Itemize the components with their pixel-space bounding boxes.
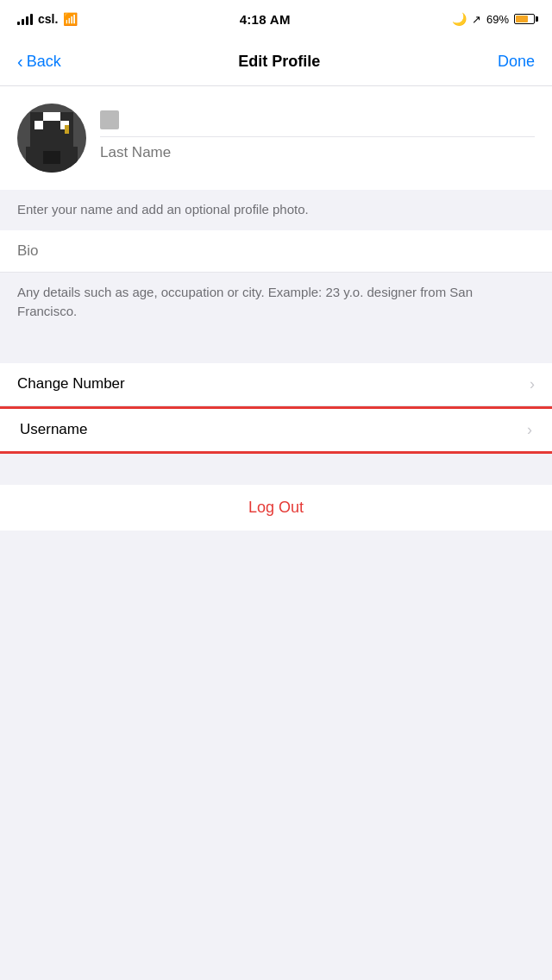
page-title: Edit Profile bbox=[238, 53, 320, 71]
nav-bar: ‹ Back Edit Profile Done bbox=[0, 38, 552, 86]
svg-rect-5 bbox=[47, 116, 56, 121]
username-row[interactable]: Username › bbox=[0, 406, 552, 454]
settings-group: Change Number › Username › bbox=[0, 363, 552, 454]
signal-bar-1 bbox=[17, 22, 20, 25]
bio-hint-section: Any details such as age, occupation or c… bbox=[0, 273, 552, 332]
svg-rect-2 bbox=[34, 121, 43, 129]
avatar-image bbox=[17, 104, 86, 173]
bio-section bbox=[0, 230, 552, 273]
change-number-chevron-icon: › bbox=[530, 375, 535, 393]
username-right: › bbox=[520, 421, 532, 439]
profile-section bbox=[0, 86, 552, 190]
battery-percent: 69% bbox=[486, 13, 509, 26]
bottom-spacer bbox=[0, 531, 552, 582]
carrier-label: csl. bbox=[38, 12, 58, 26]
change-number-row[interactable]: Change Number › bbox=[0, 363, 552, 406]
first-name-input[interactable] bbox=[124, 111, 535, 129]
username-chevron-icon: › bbox=[527, 421, 532, 439]
bio-hint-text: Any details such as age, occupation or c… bbox=[17, 285, 473, 319]
profile-info-text: Enter your name and add an optional prof… bbox=[17, 202, 309, 217]
profile-fields bbox=[100, 104, 535, 161]
back-chevron-icon: ‹ bbox=[17, 52, 23, 72]
battery-icon bbox=[514, 14, 535, 24]
logout-button[interactable]: Log Out bbox=[17, 499, 535, 517]
change-number-right: › bbox=[523, 375, 535, 393]
moon-icon: 🌙 bbox=[452, 12, 467, 26]
svg-rect-8 bbox=[43, 151, 60, 164]
svg-rect-6 bbox=[65, 125, 69, 134]
logout-section: Log Out bbox=[0, 485, 552, 531]
status-left: csl. 📶 bbox=[17, 12, 78, 26]
signal-bar-3 bbox=[26, 16, 28, 25]
wifi-icon: 📶 bbox=[63, 12, 78, 26]
bio-input-container bbox=[0, 230, 552, 273]
profile-info-section: Enter your name and add an optional prof… bbox=[0, 190, 552, 230]
location-icon: ↗ bbox=[472, 13, 481, 26]
signal-bar-4 bbox=[30, 14, 33, 25]
change-number-label: Change Number bbox=[17, 375, 125, 393]
last-name-row bbox=[100, 144, 535, 161]
status-time: 4:18 AM bbox=[240, 12, 291, 27]
signal-bars bbox=[17, 13, 33, 25]
back-label: Back bbox=[27, 53, 61, 71]
status-bar: csl. 📶 4:18 AM 🌙 ↗ 69% bbox=[0, 0, 552, 38]
battery-fill bbox=[516, 16, 528, 22]
first-name-pixel-icon bbox=[100, 110, 119, 129]
username-label: Username bbox=[20, 421, 87, 438]
avatar[interactable] bbox=[17, 104, 86, 173]
back-button[interactable]: ‹ Back bbox=[17, 52, 61, 72]
signal-bar-2 bbox=[22, 19, 24, 25]
status-right: 🌙 ↗ 69% bbox=[452, 12, 535, 26]
done-button[interactable]: Done bbox=[498, 53, 535, 71]
first-name-area bbox=[100, 110, 535, 137]
bio-input[interactable] bbox=[17, 242, 535, 260]
last-name-input[interactable] bbox=[100, 144, 535, 161]
